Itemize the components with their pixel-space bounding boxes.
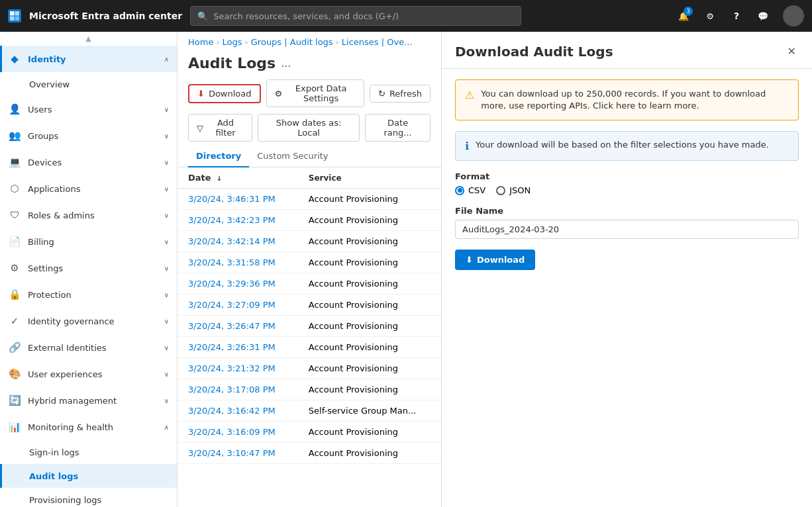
search-bar[interactable]: 🔍 Search resources, services, and docs (… bbox=[190, 6, 521, 26]
table-cell-service: Account Provisioning bbox=[298, 273, 441, 295]
format-radio-group: CSV JSON bbox=[455, 185, 799, 195]
sidebar-label-devices: Devices bbox=[28, 158, 158, 167]
breadcrumb-licenses[interactable]: Licenses | Ove... bbox=[342, 37, 413, 47]
date-link[interactable]: 3/20/24, 3:31:58 PM bbox=[188, 257, 276, 267]
more-options-button[interactable]: ... bbox=[281, 57, 291, 69]
sidebar-item-devices[interactable]: 💻 Devices ∨ bbox=[0, 149, 177, 175]
table-row: 3/20/24, 3:26:47 PMAccount Provisioning bbox=[178, 316, 441, 337]
avatar[interactable] bbox=[783, 5, 804, 26]
date-link[interactable]: 3/20/24, 3:26:31 PM bbox=[188, 342, 276, 352]
table-body: 3/20/24, 3:46:31 PMAccount Provisioning3… bbox=[178, 189, 441, 464]
sidebar: ▲ ◆ Identity ∧ Overview 👤 Users ∨ 👥 Grou… bbox=[0, 32, 178, 507]
sidebar-item-protection[interactable]: 🔒 Protection ∨ bbox=[0, 281, 177, 308]
tab-directory[interactable]: Directory bbox=[188, 146, 249, 167]
table-cell-date: 3/20/24, 3:26:47 PM bbox=[178, 316, 298, 337]
show-dates-button[interactable]: Show dates as: Local bbox=[258, 114, 360, 142]
export-label: Export Data Settings bbox=[286, 83, 356, 103]
breadcrumb-logs[interactable]: Logs bbox=[223, 37, 242, 47]
tab-custom-security[interactable]: Custom Security bbox=[249, 146, 336, 167]
feedback-button[interactable]: 💬 bbox=[751, 4, 775, 28]
chevron-down-icon: ∨ bbox=[164, 291, 169, 299]
sidebar-scroll-up[interactable]: ▲ bbox=[0, 32, 177, 46]
table-row: 3/20/24, 3:27:09 PMAccount Provisioning bbox=[178, 295, 441, 316]
col-header-service[interactable]: Service bbox=[298, 167, 441, 189]
chevron-down-icon: ∨ bbox=[164, 106, 169, 113]
json-radio-input[interactable] bbox=[496, 186, 505, 195]
sidebar-item-overview[interactable]: Overview bbox=[0, 72, 177, 96]
table-cell-service: Account Provisioning bbox=[298, 337, 441, 358]
table-cell-date: 3/20/24, 3:27:09 PM bbox=[178, 295, 298, 316]
date-range-button[interactable]: Date rang... bbox=[365, 114, 431, 142]
file-name-input[interactable] bbox=[455, 220, 799, 239]
csv-radio-option[interactable]: CSV bbox=[455, 185, 485, 195]
external-icon: 🔗 bbox=[8, 341, 21, 354]
table-row: 3/20/24, 3:21:32 PMAccount Provisioning bbox=[178, 358, 441, 379]
export-data-settings-button[interactable]: ⚙ Export Data Settings bbox=[266, 79, 364, 107]
col-header-date[interactable]: Date ↓ bbox=[178, 167, 298, 189]
csv-radio-input[interactable] bbox=[455, 186, 464, 195]
sidebar-item-billing[interactable]: 📄 Billing ∨ bbox=[0, 228, 177, 255]
sidebar-item-roles-admins[interactable]: 🛡 Roles & admins ∨ bbox=[0, 202, 177, 228]
sidebar-label-hybrid: Hybrid management bbox=[28, 396, 158, 406]
notifications-button[interactable]: 🔔 3 bbox=[672, 4, 695, 28]
chevron-up-icon: ∧ bbox=[164, 424, 169, 431]
table-cell-service: Account Provisioning bbox=[298, 422, 441, 443]
table-cell-date: 3/20/24, 3:17:08 PM bbox=[178, 379, 298, 400]
date-link[interactable]: 3/20/24, 3:26:47 PM bbox=[188, 321, 276, 331]
date-link[interactable]: 3/20/24, 3:27:09 PM bbox=[188, 300, 276, 310]
brand-icon bbox=[8, 9, 21, 23]
refresh-icon: ↻ bbox=[378, 89, 385, 99]
table-cell-date: 3/20/24, 3:42:23 PM bbox=[178, 210, 298, 231]
date-link[interactable]: 3/20/24, 3:16:42 PM bbox=[188, 406, 276, 416]
side-panel-title: Download Audit Logs bbox=[455, 44, 613, 60]
table-cell-service: Account Provisioning bbox=[298, 379, 441, 400]
panel-download-button[interactable]: ⬇ Download bbox=[455, 250, 535, 270]
file-name-field-group: File Name bbox=[455, 206, 799, 239]
sidebar-item-applications[interactable]: ⬡ Applications ∨ bbox=[0, 175, 177, 202]
date-link[interactable]: 3/20/24, 3:16:09 PM bbox=[188, 427, 276, 437]
sidebar-label-governance: Identity governance bbox=[28, 316, 158, 326]
sidebar-item-users[interactable]: 👤 Users ∨ bbox=[0, 96, 177, 122]
sidebar-item-user-experiences[interactable]: 🎨 User experiences ∨ bbox=[0, 361, 177, 387]
sidebar-sub-provisioning-logs[interactable]: Provisioning logs bbox=[0, 488, 177, 507]
close-button[interactable]: ✕ bbox=[785, 42, 799, 60]
breadcrumb-home[interactable]: Home bbox=[188, 37, 213, 47]
sidebar-sub-sign-in-logs[interactable]: Sign-in logs bbox=[0, 440, 177, 464]
table-cell-service: Account Provisioning bbox=[298, 358, 441, 379]
roles-icon: 🛡 bbox=[8, 208, 21, 222]
download-button[interactable]: ⬇ Download bbox=[188, 84, 261, 103]
sidebar-item-identity[interactable]: ◆ Identity ∧ bbox=[0, 46, 177, 72]
sidebar-sub-audit-logs[interactable]: Audit logs bbox=[0, 464, 177, 488]
sidebar-label-ux: User experiences bbox=[28, 369, 158, 379]
ux-icon: 🎨 bbox=[8, 367, 21, 381]
sidebar-item-groups[interactable]: 👥 Groups ∨ bbox=[0, 122, 177, 149]
refresh-button[interactable]: ↻ Refresh bbox=[370, 85, 431, 103]
chevron-down-icon: ∨ bbox=[164, 397, 169, 404]
date-link[interactable]: 3/20/24, 3:21:32 PM bbox=[188, 363, 276, 373]
audit-logs-table: Date ↓ Service 3/20/24, 3:46:31 PMAccoun… bbox=[178, 167, 441, 464]
sidebar-item-identity-governance[interactable]: ✓ Identity governance ∨ bbox=[0, 308, 177, 334]
sidebar-label-billing: Billing bbox=[28, 237, 158, 247]
date-link[interactable]: 3/20/24, 3:42:14 PM bbox=[188, 236, 276, 246]
sidebar-item-hybrid-management[interactable]: 🔄 Hybrid management ∨ bbox=[0, 387, 177, 414]
table-cell-date: 3/20/24, 3:26:31 PM bbox=[178, 337, 298, 358]
date-link[interactable]: 3/20/24, 3:29:36 PM bbox=[188, 279, 276, 289]
help-button[interactable]: ? bbox=[725, 4, 748, 28]
sidebar-item-monitoring-health[interactable]: 📊 Monitoring & health ∧ bbox=[0, 414, 177, 440]
table-row: 3/20/24, 3:16:42 PMSelf-service Group Ma… bbox=[178, 400, 441, 422]
date-link[interactable]: 3/20/24, 3:42:23 PM bbox=[188, 215, 276, 225]
sidebar-label-settings: Settings bbox=[28, 263, 158, 273]
date-link[interactable]: 3/20/24, 3:10:47 PM bbox=[188, 448, 276, 458]
settings-button[interactable]: ⚙ bbox=[698, 4, 722, 28]
table-cell-date: 3/20/24, 3:46:31 PM bbox=[178, 189, 298, 210]
date-link[interactable]: 3/20/24, 3:46:31 PM bbox=[188, 194, 276, 204]
breadcrumb-groups-audit[interactable]: Groups | Audit logs bbox=[251, 37, 333, 47]
add-filter-button[interactable]: ▽ Add filter bbox=[188, 114, 252, 142]
sidebar-label-external: External Identities bbox=[28, 343, 158, 353]
sidebar-item-external-identities[interactable]: 🔗 External Identities ∨ bbox=[0, 334, 177, 361]
date-link[interactable]: 3/20/24, 3:17:08 PM bbox=[188, 385, 276, 394]
groups-icon: 👥 bbox=[8, 129, 21, 142]
json-radio-option[interactable]: JSON bbox=[496, 185, 531, 195]
search-placeholder: Search resources, services, and docs (G+… bbox=[213, 11, 399, 21]
sidebar-item-settings[interactable]: ⚙ Settings ∨ bbox=[0, 255, 177, 281]
